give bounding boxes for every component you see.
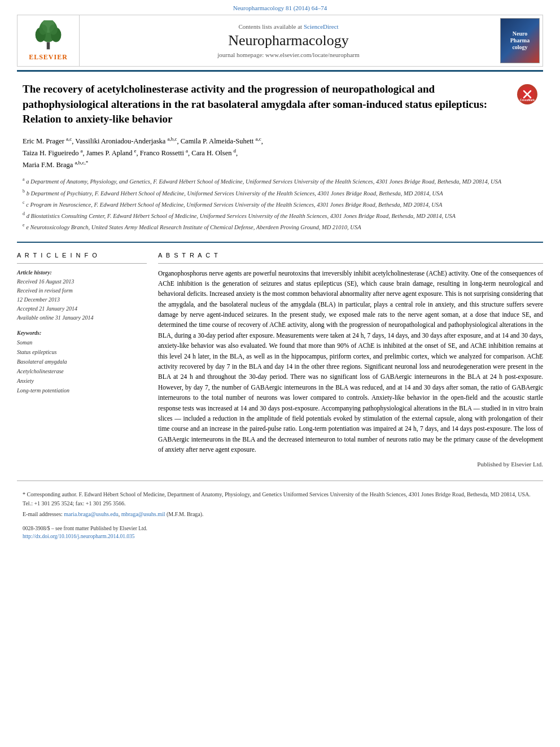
corresponding-author-note: * Corresponding author. F. Edward Hébert…	[23, 490, 537, 508]
authors-list: Eric M. Prager a,c, Vassiliki Aroniadou-…	[23, 137, 263, 169]
abstract-paragraph: Organophosphorus nerve agents are powerf…	[158, 268, 543, 455]
affiliation-b: b b Department of Psychiatry, F. Edward …	[23, 188, 537, 198]
journal-cover-image: NeuroPharmacology	[500, 18, 540, 63]
keyword-se: Status epilepticus	[17, 347, 147, 357]
available-date: Available online 31 January 2014	[17, 313, 147, 322]
issn-line: 0028-3908/$ – see front matter Published…	[23, 525, 537, 532]
journal-cover-area: NeuroPharmacology	[497, 15, 542, 66]
keyword-ltp: Long-term potentiation	[17, 386, 147, 395]
email-label: E-mail addresses:	[23, 511, 63, 517]
footer-notes: * Corresponding author. F. Edward Hébert…	[0, 487, 560, 522]
elsevier-tree-icon	[33, 20, 64, 51]
abstract-text: Organophosphorus nerve agents are powerf…	[158, 268, 543, 470]
affiliation-a: a a Department of Anatomy, Physiology, a…	[23, 176, 537, 186]
crossmark-icon: CrossMark	[517, 84, 537, 104]
journal-homepage: journal homepage: www.elsevier.com/locat…	[217, 51, 360, 58]
email-link-braga[interactable]: maria.braga@usuhs.edu	[64, 511, 118, 517]
elsevier-logo: ELSEVIER	[29, 20, 68, 62]
email-link-mbraga[interactable]: mbraga@usuhs.mil	[121, 511, 165, 517]
svg-text:CrossMark: CrossMark	[520, 98, 535, 102]
journal-header-center: Contents lists available at ScienceDirec…	[80, 15, 497, 66]
keyword-soman: Soman	[17, 338, 147, 347]
page: Neuropharmacology 81 (2014) 64–74 ELSEVI…	[0, 0, 560, 747]
doi-line: http://dx.doi.org/10.1016/j.neuropharm.2…	[23, 532, 537, 540]
article-info-col: A R T I C L E I N F O Article history: R…	[17, 252, 147, 470]
history-label: Article history:	[17, 269, 52, 276]
article-title-section: The recovery of acetylcholinesterase act…	[0, 75, 560, 132]
svg-point-5	[39, 24, 47, 34]
email-line: E-mail addresses: maria.braga@usuhs.edu,…	[23, 510, 537, 519]
affiliation-d: d d Biostatistics Consulting Center, F. …	[23, 211, 537, 220]
accepted-date: Accepted 21 January 2014	[17, 304, 147, 313]
abstract-divider	[158, 263, 543, 264]
top-blue-line	[17, 70, 543, 72]
abstract-heading: A B S T R A C T	[158, 252, 543, 259]
article-info-heading: A R T I C L E I N F O	[17, 252, 147, 259]
keywords-section: Keywords: Soman Status epilepticus Basol…	[17, 328, 147, 395]
svg-point-6	[49, 24, 58, 34]
blue-separator	[17, 242, 543, 243]
journal-citation-bar: Neuropharmacology 81 (2014) 64–74	[0, 0, 560, 12]
keyword-ache: Acetylcholinesterase	[17, 366, 147, 376]
cover-journal-name: NeuroPharmacology	[510, 30, 530, 51]
keyword-bla: Basolateral amygdala	[17, 357, 147, 366]
authors-section: Eric M. Prager a,c, Vassiliki Aroniadou-…	[0, 132, 560, 174]
journal-header: ELSEVIER Contents lists available at Sci…	[17, 15, 543, 67]
contents-list-line: Contents lists available at ScienceDirec…	[238, 23, 338, 30]
affiliation-e: e e Neurotoxicology Branch, United State…	[23, 222, 537, 231]
article-history: Article history: Received 16 August 2013…	[17, 268, 147, 322]
two-col-section: A R T I C L E I N F O Article history: R…	[0, 246, 560, 475]
keywords-label: Keywords:	[17, 330, 41, 336]
affiliations-section: a a Department of Anatomy, Physiology, a…	[0, 174, 560, 238]
article-title: The recovery of acetylcholinesterase act…	[23, 82, 506, 127]
journal-name: Neuropharmacology	[228, 32, 349, 49]
elsevier-wordmark: ELSEVIER	[29, 53, 68, 62]
abstract-published-by: Published by Elsevier Ltd.	[158, 460, 543, 470]
abstract-col: A B S T R A C T Organophosphorus nerve a…	[158, 252, 543, 470]
elsevier-logo-area: ELSEVIER	[18, 15, 80, 66]
crossmark-badge[interactable]: CrossMark	[517, 84, 537, 104]
revised-date: Received in revised form Received in rev…	[17, 286, 147, 304]
issn-section: 0028-3908/$ – see front matter Published…	[0, 522, 560, 542]
journal-citation: Neuropharmacology 81 (2014) 64–74	[233, 5, 327, 11]
svg-rect-0	[47, 42, 50, 49]
affiliation-c: c c Program in Neuroscience, F. Edward H…	[23, 199, 537, 209]
article-info-divider	[17, 263, 147, 264]
doi-link[interactable]: http://dx.doi.org/10.1016/j.neuropharm.2…	[23, 534, 135, 539]
bottom-separator	[17, 480, 543, 481]
received-date: Received 16 August 2013	[17, 277, 147, 286]
keyword-anxiety: Anxiety	[17, 376, 147, 386]
sciencedirect-link[interactable]: ScienceDirect	[304, 23, 339, 30]
